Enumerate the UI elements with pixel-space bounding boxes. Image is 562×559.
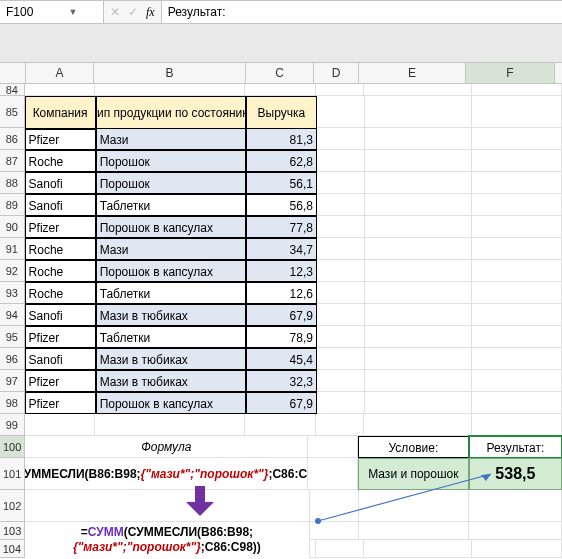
- row-header[interactable]: 85: [0, 96, 25, 128]
- cell-company[interactable]: Sanofi: [25, 172, 96, 194]
- row-header[interactable]: 87: [0, 150, 25, 172]
- cell-company[interactable]: Roche: [25, 150, 96, 172]
- trace-arrow-icon: [313, 466, 498, 526]
- table-row: 94SanofiМази в тюбиках67,9: [0, 304, 562, 326]
- table-row: 86PfizerМази81,3: [0, 128, 562, 150]
- cell-revenue[interactable]: 78,9: [246, 326, 317, 348]
- cell-company[interactable]: Roche: [25, 238, 96, 260]
- cell-company[interactable]: Pfizer: [25, 370, 96, 392]
- cell-type[interactable]: Порошок в капсулах: [96, 260, 246, 282]
- fx-icon[interactable]: fx: [146, 5, 155, 20]
- col-header-C[interactable]: C: [246, 63, 314, 83]
- name-box-input[interactable]: [4, 4, 68, 20]
- row-header[interactable]: 95: [0, 326, 25, 348]
- ribbon-strip: [0, 24, 562, 63]
- row-header[interactable]: 97: [0, 370, 25, 392]
- formula-bar-buttons: ✕ ✓ fx: [104, 1, 162, 23]
- table-row: 97PfizerМази в тюбиках32,3: [0, 370, 562, 392]
- enter-icon: ✓: [128, 5, 138, 19]
- grid-row: 99: [0, 414, 562, 436]
- row-header[interactable]: 101: [0, 458, 25, 490]
- col-header-B[interactable]: B: [94, 63, 246, 83]
- row-header[interactable]: 92: [0, 260, 25, 282]
- col-header-A[interactable]: A: [26, 63, 94, 83]
- table-row: 96SanofiМази в тюбиках45,4: [0, 348, 562, 370]
- formula-bar-text[interactable]: Результат:: [162, 1, 562, 23]
- svg-point-2: [315, 518, 321, 524]
- cell-type[interactable]: Таблетки: [96, 194, 246, 216]
- cell-type[interactable]: Порошок в капсулах: [96, 216, 246, 238]
- table-header-product-type: Тип продукции по состоянию: [96, 96, 246, 130]
- row-header[interactable]: 93: [0, 282, 25, 304]
- cell-type[interactable]: Порошок: [96, 172, 246, 194]
- row-header[interactable]: 100: [0, 436, 25, 458]
- cell-revenue[interactable]: 62,8: [246, 150, 317, 172]
- cell-type[interactable]: Мази: [96, 128, 246, 150]
- cell-revenue[interactable]: 34,7: [246, 238, 317, 260]
- cell-company[interactable]: Pfizer: [25, 128, 96, 150]
- table-row: 91RocheМази34,7: [0, 238, 562, 260]
- cell-type[interactable]: Таблетки: [96, 282, 246, 304]
- row-header[interactable]: 86: [0, 128, 25, 150]
- arrow-down-icon: [186, 486, 214, 516]
- cell-type[interactable]: Мази: [96, 238, 246, 260]
- grid-row: 100 Формула Условие: Результат:: [0, 436, 562, 458]
- table-header-revenue: Выручка: [246, 96, 317, 130]
- cell-company[interactable]: Pfizer: [25, 326, 96, 348]
- result-label: Результат:: [469, 436, 562, 458]
- cell-company[interactable]: Roche: [25, 282, 96, 304]
- table-header-company: Компания: [25, 96, 96, 130]
- name-box-dropdown-icon[interactable]: ▼: [68, 7, 78, 17]
- cell-company[interactable]: Pfizer: [25, 392, 96, 414]
- cell-revenue[interactable]: 81,3: [246, 128, 317, 150]
- cell-type[interactable]: Таблетки: [96, 326, 246, 348]
- cell-revenue[interactable]: 67,9: [246, 304, 317, 326]
- formula-heading: Формула: [25, 436, 308, 458]
- row-header[interactable]: 90: [0, 216, 25, 238]
- cell-revenue[interactable]: 12,3: [246, 260, 317, 282]
- row-header[interactable]: 102: [0, 490, 25, 522]
- grid-body[interactable]: 84 85 Компания Тип продукции по состояни…: [0, 84, 562, 558]
- table-row: 98PfizerПорошок в капсулах67,9: [0, 392, 562, 414]
- column-header-row: A B C D E F: [0, 63, 562, 84]
- col-header-D[interactable]: D: [314, 63, 359, 83]
- cell-type[interactable]: Мази в тюбиках: [96, 348, 246, 370]
- cell-revenue[interactable]: 12,6: [246, 282, 317, 304]
- cell-revenue[interactable]: 45,4: [246, 348, 317, 370]
- cell-type[interactable]: Порошок: [96, 150, 246, 172]
- svg-marker-3: [481, 474, 491, 481]
- col-header-E[interactable]: E: [359, 63, 466, 83]
- row-header[interactable]: 88: [0, 172, 25, 194]
- cell-revenue[interactable]: 56,1: [246, 172, 317, 194]
- svg-marker-0: [186, 486, 214, 516]
- row-header[interactable]: 94: [0, 304, 25, 326]
- cell-company[interactable]: Sanofi: [25, 304, 96, 326]
- row-header[interactable]: 99: [0, 414, 25, 436]
- row-header[interactable]: 104: [0, 540, 25, 558]
- row-header[interactable]: 89: [0, 194, 25, 216]
- name-box[interactable]: ▼: [0, 1, 104, 23]
- cell-revenue[interactable]: 77,8: [246, 216, 317, 238]
- row-header[interactable]: 96: [0, 348, 25, 370]
- table-row: 95PfizerТаблетки78,9: [0, 326, 562, 348]
- cell-revenue[interactable]: 56,8: [246, 194, 317, 216]
- cell-revenue[interactable]: 67,9: [246, 392, 317, 414]
- row-header[interactable]: 91: [0, 238, 25, 260]
- row-header[interactable]: 98: [0, 392, 25, 414]
- cell-company[interactable]: Roche: [25, 260, 96, 282]
- cell-type[interactable]: Порошок в капсулах: [96, 392, 246, 414]
- cell-company[interactable]: Sanofi: [25, 348, 96, 370]
- condition-label: Условие:: [358, 436, 469, 458]
- row-header[interactable]: 103: [0, 522, 25, 540]
- cell-company[interactable]: Pfizer: [25, 216, 96, 238]
- cell-type[interactable]: Мази в тюбиках: [96, 370, 246, 392]
- col-header-F[interactable]: F: [466, 63, 555, 83]
- select-all-corner[interactable]: [0, 63, 26, 83]
- cell-company[interactable]: Sanofi: [25, 194, 96, 216]
- cell-type[interactable]: Мази в тюбиках: [96, 304, 246, 326]
- row-header[interactable]: 84: [0, 84, 25, 96]
- table-row: 89SanofiТаблетки56,8: [0, 194, 562, 216]
- formula-2: =СУММ(СУММЕСЛИ(B86:B98;{"мази*";"порошок…: [25, 522, 309, 558]
- table-row: 92RocheПорошок в капсулах12,3: [0, 260, 562, 282]
- cell-revenue[interactable]: 32,3: [246, 370, 317, 392]
